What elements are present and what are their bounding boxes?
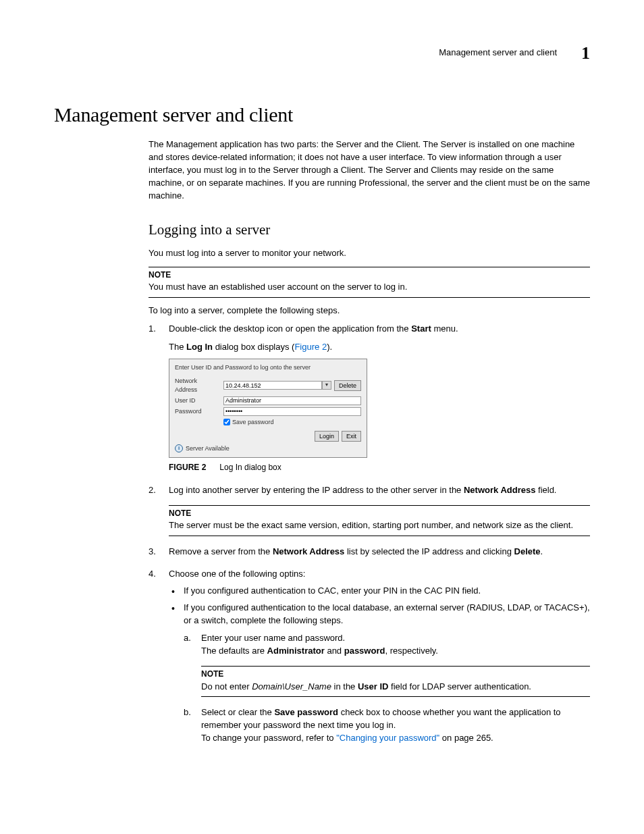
running-header: Management server and client 1 [54,41,590,66]
steps-intro: To log into a server, complete the follo… [149,305,590,317]
section-lead: You must log into a server to monitor yo… [149,247,590,260]
substep-b: Select or clear the Save password check … [184,706,590,745]
login-dialog: Enter User ID and Password to log onto t… [169,359,367,457]
dropdown-button[interactable]: ▼ [322,381,331,390]
save-password-checkbox[interactable] [223,419,230,425]
info-icon: i [175,444,183,452]
page-title: Management server and client [54,100,590,130]
running-title: Management server and client [439,47,557,59]
network-address-label: Network Address [175,377,221,394]
note-text: You must have an established user accoun… [149,281,590,294]
login-button[interactable]: Login [315,431,339,442]
step-4: Choose one of the following optins: If y… [149,568,590,745]
note-label: NOTE [149,269,590,281]
dialog-instruction: Enter User ID and Password to log onto t… [175,363,361,372]
figure-caption: FIGURE 2Log In dialog box [169,462,590,473]
figure-2-link[interactable]: Figure 2 [294,342,327,352]
bullet-cac: If you configured authentication to CAC,… [169,585,590,598]
substep-a: Enter your user name and password. The d… [184,632,590,697]
user-id-input[interactable] [223,396,361,405]
note-block-2: NOTE The server must be the exact same v… [169,505,590,536]
password-input[interactable] [223,407,361,416]
chapter-number: 1 [581,41,590,66]
step-3: Remove a server from the Network Address… [149,546,590,558]
step-2: Log into another server by entering the … [149,484,590,536]
save-password-label: Save password [232,418,274,427]
network-address-input[interactable] [223,381,322,390]
note-block-3: NOTE Do not enter Domain\User_Name in th… [201,666,590,697]
bullet-localdb: If you configured authentication to the … [169,602,590,745]
step-1: Double-click the desktop icon or open th… [149,323,590,473]
intro-paragraph: The Management application has two parts… [149,138,590,202]
step-1-sub: The Log In dialog box displays (Figure 2… [169,341,590,354]
exit-button[interactable]: Exit [342,431,361,442]
password-label: Password [175,407,221,416]
user-id-label: User ID [175,396,221,405]
section-title: Logging into a server [149,219,590,240]
status-text: Server Available [186,444,230,453]
delete-button[interactable]: Delete [334,380,361,391]
note-block-1: NOTE You must have an established user a… [149,267,590,298]
changing-password-link[interactable]: "Changing your password" [336,733,439,743]
